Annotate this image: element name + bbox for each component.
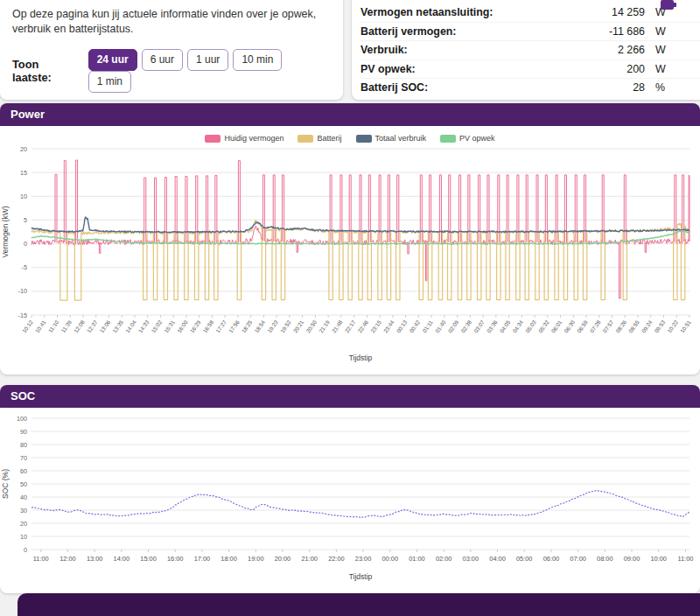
svg-text:08:00: 08:00 <box>597 555 613 563</box>
power-legend: Huidig vermogenBatterijTotaal verbruikPV… <box>0 131 700 145</box>
battery-icon <box>661 0 674 10</box>
svg-text:03:00: 03:00 <box>463 555 480 563</box>
svg-text:80: 80 <box>20 441 27 449</box>
svg-text:18:25: 18:25 <box>241 318 254 333</box>
svg-text:10: 10 <box>20 192 27 200</box>
svg-text:10:22: 10:22 <box>666 318 679 333</box>
svg-text:40: 40 <box>20 494 27 501</box>
svg-text:10:51: 10:51 <box>679 318 692 333</box>
svg-text:23:44: 23:44 <box>382 318 396 333</box>
svg-text:03:36: 03:36 <box>486 318 499 333</box>
svg-text:Vermogen (kW): Vermogen (kW) <box>1 206 10 257</box>
svg-text:90: 90 <box>20 428 27 436</box>
svg-text:03:07: 03:07 <box>472 318 486 333</box>
svg-text:08:55: 08:55 <box>627 318 640 333</box>
svg-text:19:00: 19:00 <box>248 555 264 563</box>
svg-text:-15: -15 <box>18 312 27 319</box>
svg-text:12:00: 12:00 <box>60 555 76 563</box>
svg-text:02:38: 02:38 <box>459 318 472 333</box>
svg-text:13:00: 13:00 <box>87 555 103 563</box>
legend-item-huidig-vermogen[interactable]: Huidig vermogen <box>205 134 284 143</box>
legend-item-totaal-verbruik[interactable]: Totaal verbruik <box>356 134 427 143</box>
soc-section-card: SOC 010203040506070809010011:0012:0013:0… <box>0 385 700 593</box>
svg-text:0: 0 <box>24 240 27 248</box>
svg-text:13:35: 13:35 <box>111 318 124 333</box>
stat-row: Vermogen netaansluiting:14 259W <box>360 4 700 23</box>
soc-chart-body: 010203040506070809010011:0012:0013:0014:… <box>0 408 700 593</box>
soc-section-header: SOC <box>0 385 700 408</box>
svg-text:05:32: 05:32 <box>537 318 550 333</box>
svg-text:-10: -10 <box>18 287 27 295</box>
svg-text:20:21: 20:21 <box>292 318 305 333</box>
legend-swatch <box>440 135 456 143</box>
svg-text:01:00: 01:00 <box>409 555 425 563</box>
svg-text:11:00: 11:00 <box>33 555 49 563</box>
power-chart: -15-10-50510152010:1210:4111:1011:3912:0… <box>0 145 700 364</box>
svg-text:07:28: 07:28 <box>589 318 602 333</box>
filter-label: Toon laatste: <box>12 58 80 84</box>
svg-text:20:50: 20:50 <box>304 318 318 333</box>
stat-value: 28 <box>633 81 645 94</box>
svg-text:01:40: 01:40 <box>434 318 447 333</box>
svg-text:19:23: 19:23 <box>266 318 279 333</box>
svg-text:16:00: 16:00 <box>167 555 184 563</box>
legend-swatch <box>298 135 313 143</box>
svg-text:10: 10 <box>20 533 27 541</box>
svg-text:13:06: 13:06 <box>98 318 111 333</box>
stat-label: PV opwek: <box>360 63 416 75</box>
svg-text:05:03: 05:03 <box>524 318 537 333</box>
filter-button-1-min[interactable]: 1 min <box>88 71 131 93</box>
legend-item-batterij[interactable]: Batterij <box>298 134 341 143</box>
stat-row: Verbruik:2 266W <box>360 41 700 60</box>
svg-text:09:53: 09:53 <box>653 318 666 333</box>
stat-value: 200 <box>626 63 645 75</box>
stat-label: Vermogen netaansluiting: <box>360 6 493 18</box>
svg-text:23:00: 23:00 <box>355 555 372 563</box>
svg-text:20:00: 20:00 <box>275 555 291 563</box>
power-chart-body: Huidig vermogenBatterijTotaal verbruikPV… <box>0 126 700 374</box>
stat-value: 2 266 <box>618 44 645 56</box>
legend-swatch <box>356 135 372 143</box>
svg-text:16:00: 16:00 <box>176 318 189 333</box>
filter-button-24-uur[interactable]: 24 uur <box>88 49 137 71</box>
legend-label: Huidig vermogen <box>224 134 284 143</box>
svg-text:22:00: 22:00 <box>328 555 345 563</box>
intro-card: Op deze pagina kun jij actuele informati… <box>0 0 343 100</box>
svg-text:10:00: 10:00 <box>650 555 667 563</box>
svg-text:11:39: 11:39 <box>60 318 73 333</box>
svg-text:17:00: 17:00 <box>194 555 211 563</box>
svg-text:0: 0 <box>24 546 27 554</box>
svg-text:16:58: 16:58 <box>201 318 214 333</box>
svg-text:09:24: 09:24 <box>640 318 654 333</box>
svg-text:06:59: 06:59 <box>576 318 589 333</box>
svg-text:SOC (%): SOC (%) <box>1 469 10 499</box>
svg-text:15:00: 15:00 <box>140 555 157 563</box>
stat-row: Batterij vermogen:-11 686W <box>360 23 700 42</box>
stat-label: Batterij SOC: <box>360 81 428 94</box>
stat-row: Batterij SOC:28% <box>360 79 700 97</box>
svg-text:06:00: 06:00 <box>543 555 560 563</box>
svg-text:10:12: 10:12 <box>21 318 34 333</box>
svg-text:05:00: 05:00 <box>516 555 533 563</box>
svg-text:08:26: 08:26 <box>614 318 627 333</box>
svg-text:70: 70 <box>20 454 27 462</box>
svg-text:00:13: 00:13 <box>396 318 409 333</box>
legend-swatch <box>205 135 220 143</box>
filter-button-6-uur[interactable]: 6 uur <box>142 49 183 71</box>
svg-text:30: 30 <box>20 507 27 514</box>
filter-button-10-min[interactable]: 10 min <box>233 49 282 71</box>
legend-item-pv-opwek[interactable]: PV opwek <box>440 134 495 143</box>
svg-text:02:09: 02:09 <box>446 318 459 333</box>
svg-text:18:00: 18:00 <box>220 555 237 563</box>
power-section-card: Power Huidig vermogenBatterijTotaal verb… <box>0 103 700 374</box>
svg-text:01:11: 01:11 <box>421 318 434 333</box>
svg-text:02:00: 02:00 <box>436 555 452 563</box>
stat-unit: % <box>645 81 700 94</box>
stat-value: 14 259 <box>612 6 645 18</box>
svg-text:22:17: 22:17 <box>344 318 357 333</box>
svg-text:11:10: 11:10 <box>47 318 60 333</box>
filter-button-1-uur[interactable]: 1 uur <box>187 49 228 71</box>
svg-text:06:30: 06:30 <box>563 318 576 333</box>
svg-text:5: 5 <box>24 216 27 224</box>
stats-rows: Vermogen netaansluiting:14 259WBatterij … <box>360 4 700 97</box>
